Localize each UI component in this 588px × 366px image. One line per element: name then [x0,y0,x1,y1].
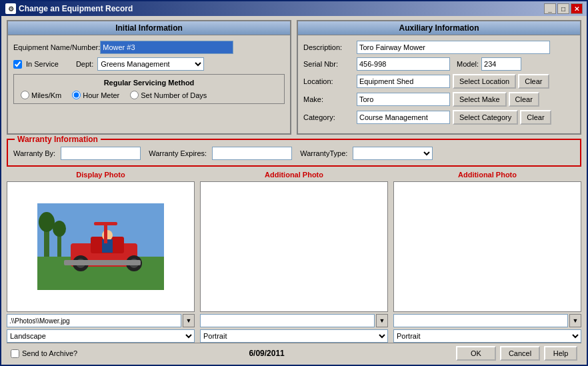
display-photo-col: Display Photo [7,171,195,343]
warranty-expires-label: Warranty Expires: [149,149,207,157]
svg-rect-15 [104,223,107,243]
clear-location-button[interactable]: Clear [518,74,549,89]
display-photo-dropdown-btn[interactable]: ▼ [183,314,195,327]
serial-label: Serial Nbr: [303,60,357,68]
svg-rect-14 [64,260,141,265]
radio-days-input[interactable] [130,91,139,99]
select-category-button[interactable]: Select Category [453,110,518,125]
auxiliary-panel-content: Description: Serial Nbr: Model: Location… [298,35,580,133]
radio-miles: Miles/Km [21,91,61,99]
additional-photo-1-controls: ▼ [200,314,388,327]
display-photo-label: Display Photo [76,171,125,179]
warranty-type-field: WarrantyType: [300,147,433,160]
initial-panel-title: Initial Information [8,21,290,35]
additional-photo-2-box [393,181,581,312]
model-input[interactable] [481,57,521,71]
select-make-button[interactable]: Select Make [453,92,507,107]
servicing-box: Regular Servicing Method Miles/Km Hour M… [13,74,285,104]
select-location-button[interactable]: Select Location [453,74,516,89]
description-row: Description: [303,41,575,54]
dept-select[interactable]: Greens Management [97,57,204,71]
date-display: 6/09/2011 [77,349,456,358]
radio-miles-label: Miles/Km [31,91,61,99]
warranty-by-input[interactable] [61,147,141,160]
location-label: Location: [303,77,357,85]
radio-miles-input[interactable] [21,91,29,99]
additional-photo-2-col: Additional Photo ▼ Portrait Landscape [393,171,581,343]
initial-information-panel: Initial Information Equipment Name/Numbe… [7,20,291,135]
in-service-label: In Service [26,60,59,68]
warranty-by-label: Warranty By: [13,149,55,157]
svg-point-3 [39,212,55,232]
bottom-buttons: OK Cancel Help [456,346,577,361]
clear-make-button[interactable]: Clear [509,92,539,107]
additional-photo-2-controls: ▼ [393,314,581,327]
equipment-name-row: Equipment Name/Number: [13,41,285,54]
radio-group: Miles/Km Hour Meter Set Number of Days [21,91,277,99]
bottom-bar: Send to Archive? 6/09/2011 OK Cancel Hel… [7,343,581,363]
main-window: ⚙ Change an Equipment Record _ □ ✕ Initi… [0,0,588,366]
auxiliary-information-panel: Auxiliary Information Description: Seria… [297,20,581,135]
additional-photo-1-col: Additional Photo ▼ Portrait Landscape [200,171,388,343]
ok-button[interactable]: OK [456,346,496,361]
close-button[interactable]: ✕ [571,3,583,14]
warranty-section: Warranty Information Warranty By: Warran… [7,139,581,167]
window-icon: ⚙ [5,3,16,14]
make-row: Make: Select Make Clear [303,92,575,107]
warranty-type-select[interactable] [353,147,433,160]
model-label: Model: [457,60,479,68]
additional-photo-1-path-input[interactable] [200,314,375,327]
display-photo-box [7,181,195,312]
additional-photo-2-path-input[interactable] [393,314,568,327]
description-input[interactable] [357,41,550,54]
radio-hour-input[interactable] [72,91,81,99]
make-input[interactable] [357,93,450,106]
serial-input[interactable] [357,57,450,71]
send-to-archive-area: Send to Archive? [11,349,77,358]
additional-photo-2-label: Additional Photo [458,171,517,179]
radio-hour-label: Hour Meter [83,91,119,99]
location-input[interactable] [357,75,450,88]
in-service-checkbox[interactable] [13,60,22,69]
serial-model-row: Serial Nbr: Model: [303,57,575,71]
additional-photo-2-orientation-select[interactable]: Portrait Landscape [393,329,581,343]
equipment-name-input[interactable] [100,41,233,54]
content-area: Initial Information Equipment Name/Numbe… [1,16,587,366]
mower-image [37,203,164,290]
cancel-button[interactable]: Cancel [500,346,540,361]
category-label: Category: [303,113,357,121]
radio-days-label: Set Number of Days [141,91,207,99]
help-button[interactable]: Help [544,346,577,361]
location-row: Location: Select Location Clear [303,74,575,89]
radio-hour: Hour Meter [72,91,119,99]
maximize-button[interactable]: □ [557,3,569,14]
description-label: Description: [303,43,357,51]
auxiliary-panel-title: Auxiliary Information [298,21,580,35]
dept-label: Dept: [76,60,93,68]
additional-photo-1-orientation-select[interactable]: Portrait Landscape [200,329,388,343]
warranty-type-label: WarrantyType: [300,149,347,157]
warranty-by-field: Warranty By: [13,147,141,160]
minimize-button[interactable]: _ [544,3,556,14]
svg-point-5 [53,221,66,237]
in-service-row: In Service Dept: Greens Management [13,57,285,71]
display-photo-path-input[interactable] [7,314,181,327]
make-label: Make: [303,95,357,103]
photos-section: Display Photo [7,171,581,343]
additional-photo-1-dropdown-btn[interactable]: ▼ [376,314,388,327]
clear-category-button[interactable]: Clear [520,110,551,125]
title-bar: ⚙ Change an Equipment Record _ □ ✕ [1,1,587,16]
warranty-expires-field: Warranty Expires: [149,147,292,160]
additional-photo-1-box [200,181,388,312]
warranty-title: Warranty Information [15,135,101,144]
radio-days: Set Number of Days [130,91,207,99]
display-photo-orientation-select[interactable]: Landscape Portrait [7,329,195,343]
servicing-title: Regular Servicing Method [21,79,277,87]
send-to-archive-checkbox[interactable] [11,349,19,358]
warranty-expires-input[interactable] [212,147,292,160]
equipment-name-label: Equipment Name/Number: [13,43,100,51]
svg-rect-16 [94,222,117,225]
category-input[interactable] [357,111,450,124]
top-panels: Initial Information Equipment Name/Numbe… [7,20,581,135]
additional-photo-2-dropdown-btn[interactable]: ▼ [569,314,581,327]
